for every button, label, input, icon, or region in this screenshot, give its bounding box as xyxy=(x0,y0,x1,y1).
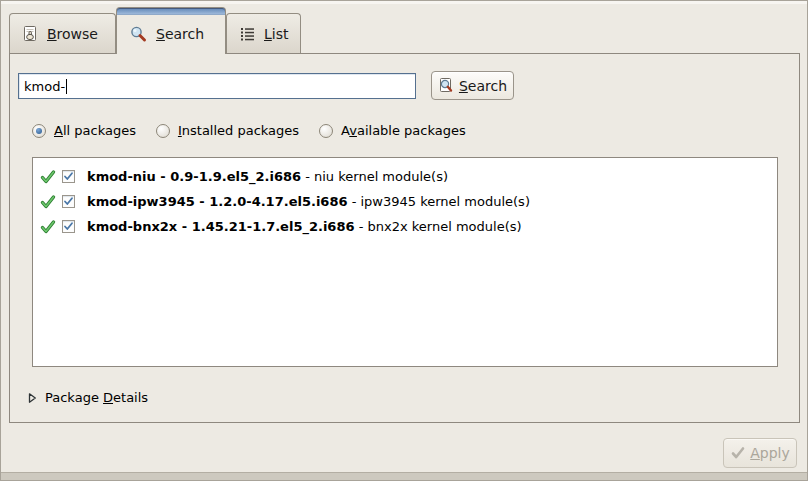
bullet-list-icon xyxy=(239,25,256,42)
radio-available-packages[interactable]: Available packages xyxy=(319,123,466,138)
package-name-version: kmod-niu - 0.9-1.9.el5_2.i686 xyxy=(87,169,301,184)
tab-browse[interactable]: Browse xyxy=(9,13,116,53)
package-summary: - ipw3945 kernel module(s) xyxy=(348,194,530,209)
expander-arrow-icon xyxy=(26,392,38,404)
search-button-label: Search xyxy=(459,78,507,94)
apply-check-icon xyxy=(730,445,746,461)
radio-installed-packages[interactable]: Installed packages xyxy=(156,123,299,138)
package-row-kmod-niu[interactable]: kmod-niu - 0.9-1.9.el5_2.i686 - niu kern… xyxy=(33,164,777,189)
package-checkbox[interactable] xyxy=(62,170,75,183)
tab-list-label: List xyxy=(264,26,289,42)
package-details-expander[interactable]: Package Details xyxy=(26,390,148,405)
package-name-version: kmod-bnx2x - 1.45.21-1.7.el5_2.i686 xyxy=(87,219,355,234)
package-row-kmod-ipw3945[interactable]: kmod-ipw3945 - 1.2.0-4.17.el5.i686 - ipw… xyxy=(33,189,777,214)
radio-indicator xyxy=(156,124,170,138)
browse-page-hand-icon xyxy=(22,25,39,42)
apply-button[interactable]: Apply xyxy=(723,438,797,468)
package-list: kmod-niu - 0.9-1.9.el5_2.i686 - niu kern… xyxy=(32,157,778,367)
apply-button-label: Apply xyxy=(750,445,790,461)
package-filter-radios: All packages Installed packages Availabl… xyxy=(32,123,466,138)
radio-all-packages-label: All packages xyxy=(54,123,136,138)
package-manager-window: Browse Search List kmod- xyxy=(0,0,808,481)
search-tab-page: kmod- Search All packages Installed pack… xyxy=(9,53,800,423)
magnifier-icon xyxy=(129,25,148,44)
installed-check-icon xyxy=(40,194,56,210)
radio-all-packages[interactable]: All packages xyxy=(32,123,136,138)
tab-list[interactable]: List xyxy=(226,13,301,53)
search-input-value: kmod- xyxy=(24,79,65,94)
radio-indicator xyxy=(319,124,333,138)
search-input[interactable]: kmod- xyxy=(18,73,416,99)
tab-browse-label: Browse xyxy=(47,26,98,42)
package-name-version: kmod-ipw3945 - 1.2.0-4.17.el5.i686 xyxy=(87,194,348,209)
package-details-label: Package Details xyxy=(45,390,148,405)
radio-installed-packages-label: Installed packages xyxy=(178,123,299,138)
package-checkbox[interactable] xyxy=(62,220,75,233)
text-cursor xyxy=(66,79,67,94)
tab-search[interactable]: Search xyxy=(116,7,226,54)
package-summary: - bnx2x kernel module(s) xyxy=(355,219,522,234)
radio-available-packages-label: Available packages xyxy=(341,123,466,138)
search-document-icon xyxy=(438,77,455,94)
installed-check-icon xyxy=(40,169,56,185)
package-summary: - niu kernel module(s) xyxy=(301,169,448,184)
tab-search-label: Search xyxy=(156,26,204,42)
package-checkbox[interactable] xyxy=(62,195,75,208)
installed-check-icon xyxy=(40,219,56,235)
radio-indicator xyxy=(32,124,46,138)
search-button[interactable]: Search xyxy=(431,71,514,100)
window-bottom-edge xyxy=(1,472,807,480)
package-row-kmod-bnx2x[interactable]: kmod-bnx2x - 1.45.21-1.7.el5_2.i686 - bn… xyxy=(33,214,777,239)
